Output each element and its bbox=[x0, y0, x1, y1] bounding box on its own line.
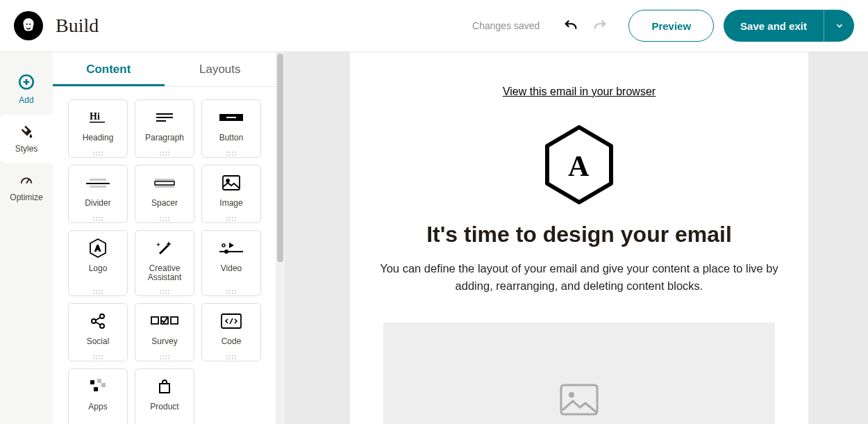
redo-button[interactable] bbox=[590, 15, 610, 36]
panel-tabs: Content Layouts bbox=[53, 52, 276, 87]
grip-icon bbox=[93, 290, 103, 291]
svg-point-15 bbox=[226, 179, 229, 182]
block-label: Image bbox=[219, 199, 242, 208]
app-header: Build Changes saved Preview Save and exi… bbox=[0, 0, 868, 52]
gauge-icon bbox=[19, 173, 34, 188]
rail-styles[interactable]: Styles bbox=[0, 115, 53, 163]
block-code[interactable]: Code bbox=[201, 303, 261, 361]
svg-point-19 bbox=[224, 250, 228, 254]
svg-rect-11 bbox=[155, 179, 174, 181]
logo-hex-icon: A bbox=[89, 238, 107, 258]
paint-bucket-icon bbox=[19, 124, 34, 140]
grip-icon bbox=[226, 290, 236, 291]
grip-icon bbox=[93, 355, 103, 357]
grip-icon bbox=[93, 152, 103, 153]
grip-icon bbox=[226, 355, 236, 357]
block-label: Apps bbox=[88, 402, 107, 411]
preview-button[interactable]: Preview bbox=[628, 10, 714, 42]
block-product[interactable]: Product bbox=[135, 368, 194, 424]
email-body-text[interactable]: You can define the layout of your email … bbox=[371, 260, 787, 295]
block-label: Social bbox=[87, 337, 110, 346]
survey-icon bbox=[151, 316, 178, 327]
blocks-scroll[interactable]: Hi Heading Paragraph Button Divider bbox=[53, 87, 276, 424]
svg-rect-10 bbox=[90, 186, 106, 188]
svg-point-22 bbox=[100, 324, 104, 328]
svg-rect-32 bbox=[561, 385, 597, 414]
email-canvas[interactable]: View this email in your browser A It's t… bbox=[350, 52, 808, 424]
tab-content[interactable]: Content bbox=[53, 52, 165, 86]
panel-scrollbar[interactable] bbox=[276, 52, 285, 424]
save-exit-button[interactable]: Save and exit bbox=[724, 10, 824, 42]
block-label: Spacer bbox=[151, 199, 178, 208]
svg-rect-18 bbox=[219, 251, 243, 252]
svg-rect-25 bbox=[171, 317, 178, 324]
block-label: Button bbox=[219, 133, 244, 142]
svg-rect-23 bbox=[151, 317, 158, 324]
blocks-grid: Hi Heading Paragraph Button Divider bbox=[68, 99, 276, 424]
block-heading[interactable]: Hi Heading bbox=[68, 99, 128, 158]
save-exit-dropdown[interactable] bbox=[824, 10, 854, 42]
grip-icon bbox=[226, 152, 236, 153]
rail-optimize-label: Optimize bbox=[10, 193, 42, 202]
page-title: Build bbox=[56, 15, 99, 37]
svg-rect-29 bbox=[101, 383, 106, 387]
video-icon bbox=[219, 241, 243, 255]
block-label: Creative Assistant bbox=[135, 264, 194, 282]
block-apps[interactable]: Apps bbox=[68, 368, 128, 424]
block-spacer[interactable]: Spacer bbox=[135, 165, 194, 223]
svg-rect-8 bbox=[90, 179, 106, 181]
svg-text:A: A bbox=[568, 150, 590, 182]
rail-optimize[interactable]: Optimize bbox=[0, 163, 53, 212]
svg-rect-3 bbox=[156, 113, 173, 115]
block-label: Divider bbox=[85, 199, 110, 208]
svg-text:A: A bbox=[95, 244, 101, 252]
image-icon bbox=[222, 175, 240, 190]
rail-add-label: Add bbox=[19, 95, 33, 105]
block-creative-assistant[interactable]: Creative Assistant bbox=[135, 230, 194, 296]
svg-text:Hi: Hi bbox=[90, 111, 100, 122]
grip-icon bbox=[93, 217, 103, 218]
paragraph-icon bbox=[154, 110, 175, 125]
block-label: Survey bbox=[151, 337, 177, 346]
block-social[interactable]: Social bbox=[68, 303, 128, 361]
rail-styles-label: Styles bbox=[15, 144, 38, 154]
svg-rect-2 bbox=[90, 122, 105, 123]
left-rail: Add Styles Optimize bbox=[0, 52, 53, 424]
block-video[interactable]: Video bbox=[201, 230, 261, 296]
brand-area: Build bbox=[14, 11, 99, 40]
view-in-browser-link[interactable]: View this email in your browser bbox=[350, 85, 808, 98]
block-button[interactable]: Button bbox=[201, 99, 261, 158]
block-image[interactable]: Image bbox=[201, 165, 261, 223]
hexagon-a-icon: A bbox=[543, 124, 615, 205]
email-canvas-wrap: View this email in your browser A It's t… bbox=[285, 52, 868, 424]
rail-add[interactable]: Add bbox=[0, 63, 53, 115]
block-label: Video bbox=[221, 264, 242, 273]
svg-rect-9 bbox=[86, 183, 110, 184]
block-label: Product bbox=[150, 402, 178, 411]
email-image-placeholder[interactable] bbox=[383, 323, 775, 425]
shopping-bag-icon bbox=[156, 378, 173, 395]
grip-icon bbox=[226, 217, 236, 218]
block-divider[interactable]: Divider bbox=[68, 165, 128, 223]
svg-rect-13 bbox=[155, 186, 174, 188]
spacer-icon bbox=[153, 177, 176, 189]
scrollbar-thumb[interactable] bbox=[277, 54, 283, 262]
grip-icon bbox=[160, 152, 169, 153]
redo-icon bbox=[592, 18, 608, 33]
email-logo[interactable]: A bbox=[350, 124, 808, 205]
save-exit-group: Save and exit bbox=[724, 10, 854, 42]
monkey-icon bbox=[19, 17, 37, 35]
undo-button[interactable] bbox=[560, 15, 581, 36]
svg-point-17 bbox=[222, 244, 225, 247]
mailchimp-logo bbox=[14, 11, 43, 40]
wand-icon bbox=[156, 240, 174, 256]
svg-rect-5 bbox=[156, 120, 166, 122]
block-survey[interactable]: Survey bbox=[135, 303, 194, 361]
divider-icon bbox=[86, 177, 110, 189]
svg-rect-4 bbox=[156, 117, 173, 118]
block-logo[interactable]: A Logo bbox=[68, 230, 128, 296]
block-label: Logo bbox=[89, 264, 108, 273]
email-heading[interactable]: It's time to design your email bbox=[350, 222, 808, 247]
block-paragraph[interactable]: Paragraph bbox=[135, 99, 194, 158]
tab-layouts[interactable]: Layouts bbox=[165, 52, 276, 86]
